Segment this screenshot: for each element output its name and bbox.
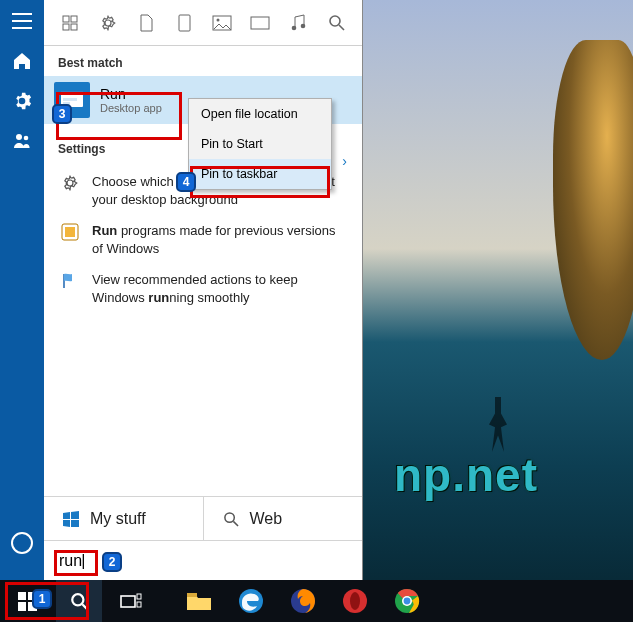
start-search-panel: Best match Run Desktop app Settings Choo… (0, 0, 363, 580)
svg-rect-14 (61, 91, 83, 95)
edge-taskbar-icon[interactable] (228, 580, 274, 622)
hamburger-icon[interactable] (11, 10, 33, 32)
search-icon (222, 510, 240, 528)
svg-rect-5 (71, 24, 77, 30)
taskview-button[interactable] (108, 580, 154, 622)
gear-icon (60, 173, 80, 193)
opera-taskbar-icon[interactable] (332, 580, 378, 622)
svg-rect-9 (251, 17, 269, 29)
svg-point-11 (301, 23, 306, 28)
start-button[interactable] (4, 580, 50, 622)
scope-label: My stuff (90, 510, 146, 528)
search-results-column: Best match Run Desktop app Settings Choo… (44, 0, 363, 580)
start-rail (0, 0, 44, 580)
search-scope-row: My stuff Web (44, 496, 362, 540)
svg-point-10 (292, 25, 297, 30)
svg-point-12 (330, 16, 340, 26)
scope-web[interactable]: Web (204, 497, 363, 540)
svg-rect-23 (137, 602, 141, 607)
svg-rect-21 (121, 596, 135, 607)
taskbar (0, 580, 633, 622)
explorer-taskbar-icon[interactable] (176, 580, 222, 622)
search-filter-icon[interactable] (326, 13, 346, 33)
people-icon[interactable] (11, 130, 33, 152)
settings-filter-icon[interactable] (98, 13, 118, 33)
gear-icon[interactable] (11, 90, 33, 112)
scope-label: Web (250, 510, 283, 528)
best-match-subtitle: Desktop app (100, 102, 162, 114)
svg-point-19 (224, 512, 233, 521)
svg-rect-6 (179, 15, 190, 31)
svg-rect-2 (63, 16, 69, 22)
svg-rect-15 (63, 98, 77, 101)
chevron-right-icon: › (342, 153, 347, 169)
best-match-label: Best match (44, 46, 362, 76)
home-icon[interactable] (11, 50, 33, 72)
setting-item-compat[interactable]: Run programs made for previous versions … (44, 215, 362, 264)
taskbar-search-button[interactable] (56, 580, 102, 622)
svg-point-8 (217, 18, 220, 21)
video-filter-icon[interactable] (250, 13, 270, 33)
windows-logo-icon (62, 510, 80, 528)
svg-point-1 (24, 136, 29, 141)
scope-my-stuff[interactable]: My stuff (44, 497, 204, 540)
music-filter-icon[interactable] (288, 13, 308, 33)
filter-bar (44, 0, 362, 46)
photos-filter-icon[interactable] (212, 13, 232, 33)
run-app-icon (54, 82, 90, 118)
setting-item-text: View recommended actions to keep Windows… (92, 271, 346, 306)
menu-pin-to-start[interactable]: Pin to Start (189, 129, 331, 159)
cortana-icon[interactable] (11, 532, 33, 554)
watermark-text: np.net (394, 448, 538, 502)
svg-rect-22 (137, 594, 141, 599)
flag-icon (60, 271, 80, 291)
chrome-taskbar-icon[interactable] (384, 580, 430, 622)
context-menu: Open file location Pin to Start Pin to t… (188, 98, 332, 190)
svg-point-28 (350, 592, 360, 610)
firefox-taskbar-icon[interactable] (280, 580, 326, 622)
search-input[interactable]: run (56, 550, 88, 572)
compat-icon (60, 222, 80, 242)
tablet-filter-icon[interactable] (174, 13, 194, 33)
setting-item-text: Run programs made for previous versions … (92, 222, 346, 257)
svg-rect-16 (63, 102, 70, 105)
menu-pin-to-taskbar[interactable]: Pin to taskbar (189, 159, 331, 189)
svg-point-31 (404, 598, 411, 605)
svg-rect-3 (71, 16, 77, 22)
documents-filter-icon[interactable] (136, 13, 156, 33)
svg-point-20 (72, 594, 83, 605)
svg-rect-4 (63, 24, 69, 30)
search-box[interactable]: run (44, 540, 362, 580)
svg-rect-18 (65, 227, 75, 237)
setting-item-maintenance[interactable]: View recommended actions to keep Windows… (44, 264, 362, 313)
recent-filter-icon[interactable] (60, 13, 80, 33)
best-match-title: Run (100, 86, 162, 102)
menu-open-file-location[interactable]: Open file location (189, 99, 331, 129)
svg-rect-24 (187, 593, 197, 597)
svg-point-0 (16, 134, 22, 140)
